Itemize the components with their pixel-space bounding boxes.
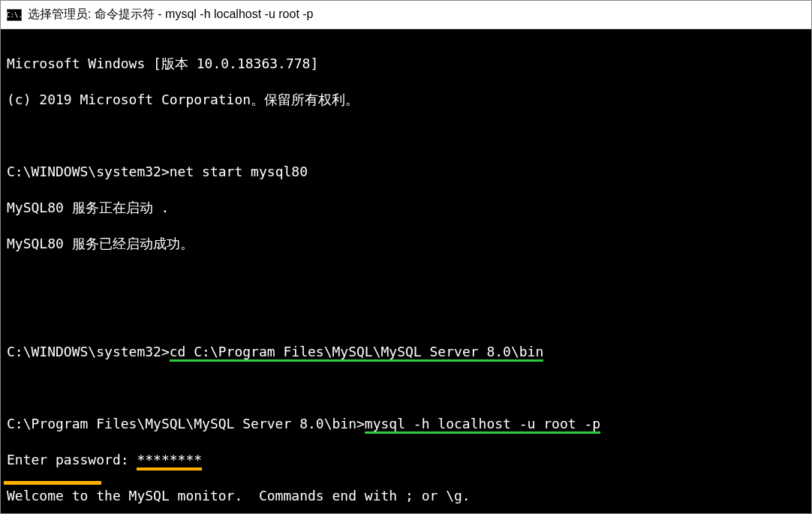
output-line	[7, 379, 805, 397]
annotation-underline	[4, 481, 101, 485]
terminal-output[interactable]: Microsoft Windows [版本 10.0.18363.778] (c…	[1, 29, 811, 514]
password-line: Enter password: ********	[7, 451, 805, 469]
prompt: C:\Program Files\MySQL\MySQL Server 8.0\…	[7, 416, 365, 431]
command-mysql: mysql -h localhost -u root -p	[365, 416, 600, 434]
prompt: C:\WINDOWS\system32>	[7, 164, 170, 179]
output-line	[7, 271, 805, 289]
command: net start mysql80	[170, 164, 308, 179]
prompt-line: C:\Program Files\MySQL\MySQL Server 8.0\…	[7, 415, 805, 433]
password-label: Enter password:	[7, 452, 137, 467]
output-line: (c) 2019 Microsoft Corporation。保留所有权利。	[7, 91, 805, 109]
command-cd: cd C:\Program Files\MySQL\MySQL Server 8…	[170, 344, 544, 362]
output-line: MySQL80 服务已经启动成功。	[7, 235, 805, 253]
window-title: 选择管理员: 命令提示符 - mysql -h localhost -u roo…	[28, 7, 314, 23]
prompt-line: C:\WINDOWS\system32>net start mysql80	[7, 163, 805, 181]
output-line: MySQL80 服务正在启动 .	[7, 199, 805, 217]
window-titlebar[interactable]: C:\. 选择管理员: 命令提示符 - mysql -h localhost -…	[1, 1, 811, 29]
cmd-icon: C:\.	[7, 9, 22, 21]
password-mask: ********	[137, 452, 202, 470]
prompt-line: C:\WINDOWS\system32>cd C:\Program Files\…	[7, 343, 805, 361]
output-line	[7, 307, 805, 325]
output-line: Microsoft Windows [版本 10.0.18363.778]	[7, 55, 805, 73]
output-line	[7, 127, 805, 145]
output-line: Welcome to the MySQL monitor. Commands e…	[7, 487, 805, 505]
prompt: C:\WINDOWS\system32>	[7, 344, 170, 359]
